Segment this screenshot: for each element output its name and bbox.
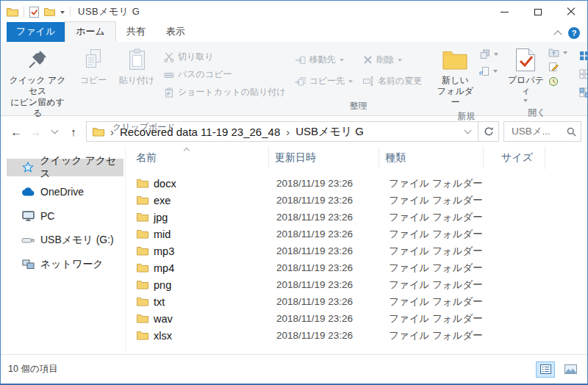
breadcrumb-parent[interactable]: Recovered data 11-19 23_26_48 [120,126,280,138]
tab-share[interactable]: 共有 [116,22,156,42]
select-all-icon [579,51,588,61]
search-icon [567,127,576,137]
delete-button[interactable]: 削除 [363,54,422,66]
back-button[interactable]: ← [7,122,26,141]
title-bar: USBメモリ G [1,1,587,23]
paste-button[interactable]: 貼り付け [114,42,159,120]
table-row[interactable]: wav 2018/11/19 23:26 ファイル フォルダー [133,310,587,327]
properties-button[interactable]: プロパティ [503,42,548,106]
address-bar[interactable]: › Recovered data 11-19 23_26_48 › USBメモリ… [86,121,478,142]
up-button[interactable]: ↑ [64,122,83,141]
forward-button[interactable]: → [26,122,45,141]
open-button[interactable] [548,48,567,57]
main-area: クイック アクセス OneDrive PC USBメモリ (G:) [1,147,587,354]
ribbon: クイック アクセス にピン留めする コピー 貼り付け [1,42,587,116]
table-row[interactable]: mid 2018/11/19 23:26 ファイル フォルダー [133,226,587,242]
help-icon[interactable]: ? [568,27,580,39]
qat-properties-icon[interactable] [29,7,39,18]
breadcrumb-separator: › [286,126,290,138]
table-row[interactable]: mp3 2018/11/19 23:26 ファイル フォルダー [133,242,587,259]
table-row[interactable]: exe 2018/11/19 23:26 ファイル フォルダー [133,192,587,209]
details-view-button[interactable] [536,361,555,378]
network-icon [21,259,35,270]
paste-icon [128,46,146,73]
select-all-button[interactable]: すべて選択 [579,49,588,62]
folder-icon [137,179,148,188]
maximize-button[interactable] [521,1,554,23]
table-row[interactable]: txt 2018/11/19 23:26 ファイル フォルダー [133,293,587,310]
explorer-window: USBメモリ G ファイル ホーム 共有 表示 ? クイック アクセス [0,0,588,385]
sidebar-item-label: ネットワーク [40,258,104,271]
copy-to-button[interactable]: コピー先 [295,75,354,87]
new-item-button[interactable] [479,49,498,60]
folder-icon [137,263,148,273]
paste-shortcut-button[interactable]: ショートカットの貼り付け [164,86,286,98]
table-row[interactable]: mp4 2018/11/19 23:26 ファイル フォルダー [133,259,587,276]
new-folder-icon [442,46,467,73]
select-none-icon [579,69,588,79]
quick-access-star-icon [21,162,34,173]
tab-file[interactable]: ファイル [7,22,65,42]
column-header-date-modified[interactable]: 更新日時 [269,147,379,169]
invert-selection-button[interactable]: 選択の切り替え [579,86,588,98]
properties-icon [515,46,536,73]
ribbon-group-select: すべて選択 選択解除 選択の切り替え [572,42,588,115]
pin-to-quick-access-button[interactable]: クイック アクセス にピン留めする [2,42,73,120]
address-dropdown-icon[interactable] [465,127,472,134]
column-header-type[interactable]: 種類 [379,147,484,169]
qat-customize-caret-icon[interactable] [60,11,65,16]
qat-new-folder-icon[interactable] [44,7,55,16]
table-row[interactable]: docx 2018/11/19 23:26 ファイル フォルダー [133,175,587,192]
quick-access-toolbar [7,7,71,18]
pc-monitor-icon [21,211,35,221]
edit-button[interactable] [548,62,567,72]
tab-view[interactable]: 表示 [156,22,196,42]
maximize-icon [534,9,542,15]
dropdown-caret-icon [348,80,353,85]
history-button[interactable] [548,76,567,87]
copy-path-button[interactable]: パスのコピー [164,68,286,81]
divider [24,7,24,17]
refresh-button[interactable] [478,121,499,142]
sidebar-item-network[interactable]: ネットワーク [1,256,125,273]
copy-button[interactable]: コピー [73,42,114,120]
cut-button[interactable]: 切り取り [164,51,286,63]
sidebar-item-label: USBメモリ (G:) [40,234,114,247]
search-box[interactable]: USBメ... [503,121,581,142]
search-input[interactable]: USBメ... [512,125,567,138]
collapse-ribbon-icon[interactable] [553,30,562,38]
usb-drive-icon [21,237,35,244]
minimize-button[interactable] [488,1,521,23]
easy-access-button[interactable] [479,66,498,76]
table-row[interactable]: png 2018/11/19 23:26 ファイル フォルダー [133,276,587,293]
breadcrumb-separator: › [110,126,114,138]
tab-home[interactable]: ホーム [65,21,116,42]
group-label-select: 選択 [572,99,588,115]
sidebar-item-quick-access[interactable]: クイック アクセス [7,159,123,176]
invert-selection-icon [579,87,588,98]
sidebar-item-onedrive[interactable]: OneDrive [1,183,125,201]
recent-locations-button[interactable] [45,122,64,141]
copy-path-icon [164,70,174,80]
edit-icon [548,62,559,72]
sidebar-item-label: PC [40,210,54,222]
thumbnails-view-button[interactable] [561,361,580,378]
thumbnails-view-icon [564,364,577,374]
group-label-organize: 整理 [287,99,430,115]
table-row[interactable]: xlsx 2018/11/19 23:26 ファイル フォルダー [133,327,587,344]
breadcrumb-current[interactable]: USBメモリ G [295,125,364,139]
column-header-size[interactable]: サイズ [484,147,545,169]
select-none-button[interactable]: 選択解除 [579,68,588,80]
table-row[interactable]: jpg 2018/11/19 23:26 ファイル フォルダー [133,209,587,226]
sidebar-item-usb-drive[interactable]: USBメモリ (G:) [1,231,125,249]
column-header-name[interactable]: 名前 [133,147,269,169]
close-button[interactable] [554,1,587,23]
sidebar-item-pc[interactable]: PC [1,207,125,225]
move-to-button[interactable]: 移動先 [295,54,354,66]
new-folder-button[interactable]: 新しい フォルダー [431,42,479,109]
sidebar-item-label: OneDrive [40,186,84,198]
rename-button[interactable]: 名前の変更 [363,75,422,87]
new-item-icon [479,49,490,60]
folder-icon [137,246,148,256]
ribbon-group-clipboard: クイック アクセス にピン留めする コピー 貼り付け [2,42,286,115]
